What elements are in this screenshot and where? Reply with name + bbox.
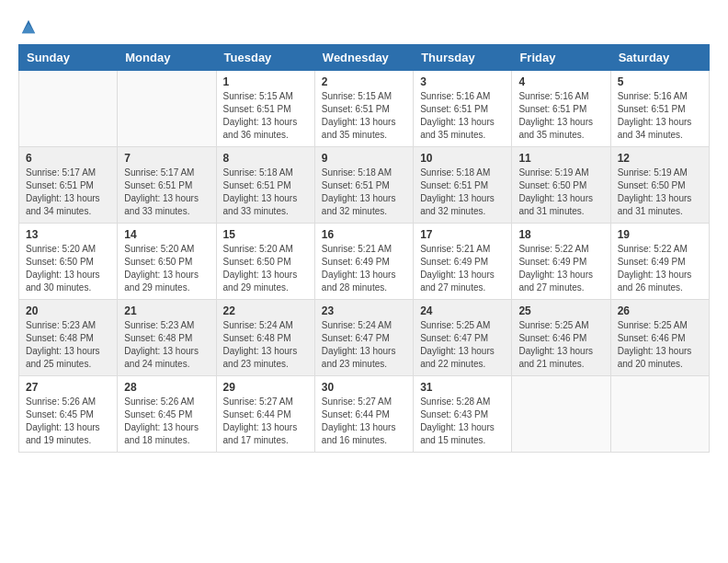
day-cell: 24Sunrise: 5:25 AMSunset: 6:47 PMDayligh…: [414, 300, 512, 376]
day-info: Sunrise: 5:19 AMSunset: 6:50 PMDaylight:…: [518, 167, 603, 218]
day-info: Sunrise: 5:24 AMSunset: 6:47 PMDaylight:…: [322, 319, 406, 371]
day-number: 1: [223, 75, 308, 88]
day-number: 19: [618, 228, 702, 241]
day-number: 7: [124, 152, 209, 165]
day-cell: 21Sunrise: 5:23 AMSunset: 6:48 PMDayligh…: [118, 300, 216, 376]
day-number: 29: [223, 381, 308, 394]
day-number: 28: [124, 381, 209, 394]
day-info: Sunrise: 5:20 AMSunset: 6:50 PMDaylight:…: [223, 243, 308, 294]
day-info: Sunrise: 5:18 AMSunset: 6:51 PMDaylight:…: [322, 167, 406, 218]
day-info: Sunrise: 5:16 AMSunset: 6:51 PMDaylight:…: [518, 90, 603, 142]
day-info: Sunrise: 5:19 AMSunset: 6:50 PMDaylight:…: [618, 167, 702, 218]
day-info: Sunrise: 5:23 AMSunset: 6:48 PMDaylight:…: [124, 319, 209, 371]
week-row-4: 20Sunrise: 5:23 AMSunset: 6:48 PMDayligh…: [19, 300, 710, 376]
day-header-saturday: Saturday: [610, 45, 709, 71]
day-cell: 5Sunrise: 5:16 AMSunset: 6:51 PMDaylight…: [610, 71, 709, 147]
day-cell: [19, 71, 118, 147]
day-number: 16: [322, 228, 406, 241]
day-info: Sunrise: 5:20 AMSunset: 6:50 PMDaylight:…: [26, 243, 110, 294]
day-number: 31: [420, 381, 505, 394]
day-cell: 18Sunrise: 5:22 AMSunset: 6:49 PMDayligh…: [512, 224, 610, 300]
week-row-3: 13Sunrise: 5:20 AMSunset: 6:50 PMDayligh…: [19, 224, 710, 300]
day-info: Sunrise: 5:15 AMSunset: 6:51 PMDaylight:…: [322, 90, 406, 142]
day-cell: 19Sunrise: 5:22 AMSunset: 6:49 PMDayligh…: [610, 224, 709, 300]
day-number: 27: [26, 381, 110, 394]
day-number: 18: [518, 228, 603, 241]
day-number: 6: [26, 152, 110, 165]
day-info: Sunrise: 5:21 AMSunset: 6:49 PMDaylight:…: [420, 243, 505, 294]
day-header-tuesday: Tuesday: [216, 45, 314, 71]
day-number: 3: [420, 75, 505, 88]
day-cell: 28Sunrise: 5:26 AMSunset: 6:45 PMDayligh…: [118, 376, 216, 453]
day-number: 4: [518, 75, 603, 88]
day-cell: 27Sunrise: 5:26 AMSunset: 6:45 PMDayligh…: [19, 376, 118, 453]
week-row-1: 1Sunrise: 5:15 AMSunset: 6:51 PMDaylight…: [19, 71, 710, 147]
day-cell: 6Sunrise: 5:17 AMSunset: 6:51 PMDaylight…: [19, 147, 118, 224]
day-number: 12: [618, 152, 702, 165]
day-cell: 10Sunrise: 5:18 AMSunset: 6:51 PMDayligh…: [414, 147, 512, 224]
day-header-sunday: Sunday: [19, 45, 118, 71]
day-info: Sunrise: 5:21 AMSunset: 6:49 PMDaylight:…: [322, 243, 406, 294]
day-info: Sunrise: 5:20 AMSunset: 6:50 PMDaylight:…: [124, 243, 209, 294]
day-info: Sunrise: 5:24 AMSunset: 6:48 PMDaylight:…: [223, 319, 308, 371]
day-number: 10: [420, 152, 505, 165]
day-number: 23: [322, 304, 406, 317]
day-number: 13: [26, 228, 110, 241]
day-number: 21: [124, 304, 209, 317]
logo: [18, 18, 37, 35]
day-info: Sunrise: 5:16 AMSunset: 6:51 PMDaylight:…: [420, 90, 505, 142]
day-info: Sunrise: 5:23 AMSunset: 6:48 PMDaylight:…: [26, 319, 110, 371]
day-cell: 8Sunrise: 5:18 AMSunset: 6:51 PMDaylight…: [216, 147, 314, 224]
day-number: 2: [322, 75, 406, 88]
day-cell: 3Sunrise: 5:16 AMSunset: 6:51 PMDaylight…: [414, 71, 512, 147]
day-header-friday: Friday: [512, 45, 610, 71]
day-cell: 25Sunrise: 5:25 AMSunset: 6:46 PMDayligh…: [512, 300, 610, 376]
day-info: Sunrise: 5:22 AMSunset: 6:49 PMDaylight:…: [518, 243, 603, 294]
logo-icon: [20, 18, 37, 35]
day-info: Sunrise: 5:27 AMSunset: 6:44 PMDaylight:…: [322, 396, 406, 447]
day-info: Sunrise: 5:22 AMSunset: 6:49 PMDaylight:…: [618, 243, 702, 294]
day-info: Sunrise: 5:26 AMSunset: 6:45 PMDaylight:…: [124, 396, 209, 447]
day-number: 17: [420, 228, 505, 241]
day-info: Sunrise: 5:25 AMSunset: 6:46 PMDaylight:…: [518, 319, 603, 371]
day-number: 24: [420, 304, 505, 317]
day-number: 11: [518, 152, 603, 165]
day-cell: 11Sunrise: 5:19 AMSunset: 6:50 PMDayligh…: [512, 147, 610, 224]
day-info: Sunrise: 5:17 AMSunset: 6:51 PMDaylight:…: [26, 167, 110, 218]
day-cell: [512, 376, 610, 453]
day-number: 5: [618, 75, 702, 88]
day-info: Sunrise: 5:18 AMSunset: 6:51 PMDaylight:…: [223, 167, 308, 218]
day-number: 25: [518, 304, 603, 317]
calendar-header: SundayMondayTuesdayWednesdayThursdayFrid…: [19, 45, 710, 71]
calendar-table: SundayMondayTuesdayWednesdayThursdayFrid…: [18, 44, 710, 453]
day-cell: 31Sunrise: 5:28 AMSunset: 6:43 PMDayligh…: [414, 376, 512, 453]
day-info: Sunrise: 5:28 AMSunset: 6:43 PMDaylight:…: [420, 396, 505, 447]
day-cell: 30Sunrise: 5:27 AMSunset: 6:44 PMDayligh…: [314, 376, 413, 453]
day-cell: 26Sunrise: 5:25 AMSunset: 6:46 PMDayligh…: [610, 300, 709, 376]
svg-marker-1: [22, 23, 35, 33]
day-cell: 1Sunrise: 5:15 AMSunset: 6:51 PMDaylight…: [216, 71, 314, 147]
day-info: Sunrise: 5:15 AMSunset: 6:51 PMDaylight:…: [223, 90, 308, 142]
day-info: Sunrise: 5:17 AMSunset: 6:51 PMDaylight:…: [124, 167, 209, 218]
day-number: 26: [618, 304, 702, 317]
day-number: 22: [223, 304, 308, 317]
day-header-wednesday: Wednesday: [314, 45, 413, 71]
day-header-thursday: Thursday: [414, 45, 512, 71]
day-info: Sunrise: 5:26 AMSunset: 6:45 PMDaylight:…: [26, 396, 110, 447]
day-number: 30: [322, 381, 406, 394]
day-cell: 9Sunrise: 5:18 AMSunset: 6:51 PMDaylight…: [314, 147, 413, 224]
day-cell: 23Sunrise: 5:24 AMSunset: 6:47 PMDayligh…: [314, 300, 413, 376]
day-header-monday: Monday: [118, 45, 216, 71]
day-cell: 20Sunrise: 5:23 AMSunset: 6:48 PMDayligh…: [19, 300, 118, 376]
day-info: Sunrise: 5:27 AMSunset: 6:44 PMDaylight:…: [223, 396, 308, 447]
header-row: SundayMondayTuesdayWednesdayThursdayFrid…: [19, 45, 710, 71]
day-cell: 22Sunrise: 5:24 AMSunset: 6:48 PMDayligh…: [216, 300, 314, 376]
day-cell: [610, 376, 709, 453]
day-number: 9: [322, 152, 406, 165]
day-number: 15: [223, 228, 308, 241]
day-cell: 4Sunrise: 5:16 AMSunset: 6:51 PMDaylight…: [512, 71, 610, 147]
day-cell: 7Sunrise: 5:17 AMSunset: 6:51 PMDaylight…: [118, 147, 216, 224]
day-cell: 14Sunrise: 5:20 AMSunset: 6:50 PMDayligh…: [118, 224, 216, 300]
day-number: 14: [124, 228, 209, 241]
day-cell: 15Sunrise: 5:20 AMSunset: 6:50 PMDayligh…: [216, 224, 314, 300]
